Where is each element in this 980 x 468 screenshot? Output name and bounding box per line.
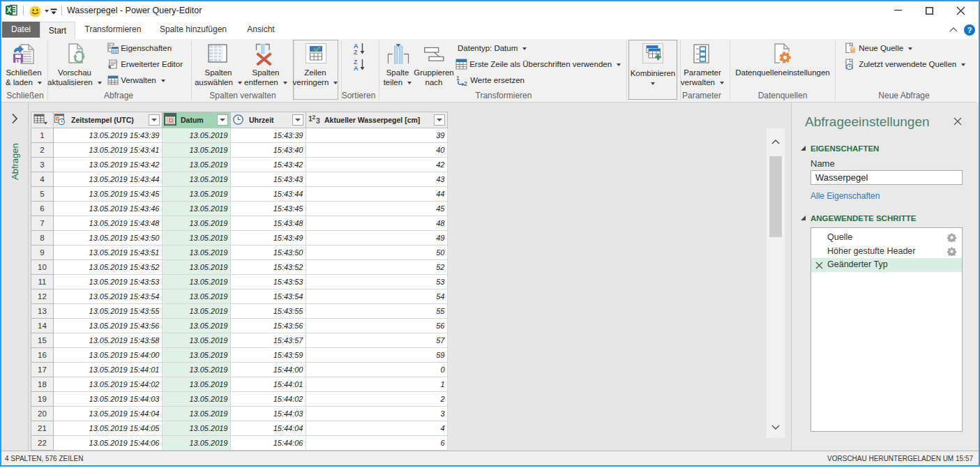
svg-text:A: A [354, 65, 359, 70]
svg-text:Z: Z [354, 49, 358, 54]
svg-text:2: 2 [312, 114, 316, 121]
svg-text:1: 1 [456, 75, 460, 82]
svg-text:?: ? [967, 26, 972, 34]
svg-text:X: X [7, 6, 12, 14]
svg-text:3: 3 [316, 116, 320, 125]
svg-text:2: 2 [464, 80, 467, 86]
